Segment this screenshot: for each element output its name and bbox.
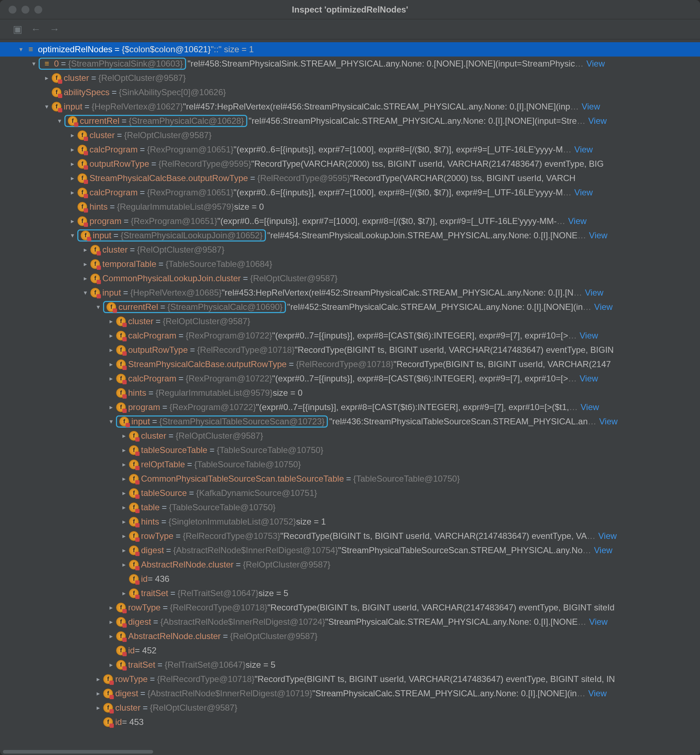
chevron-right-icon[interactable]: ▸: [93, 689, 103, 697]
view-link[interactable]: View: [580, 374, 598, 384]
chevron-right-icon[interactable]: ▸: [67, 131, 77, 139]
view-link[interactable]: View: [588, 688, 607, 699]
tree-row[interactable]: ▸rowType = {RelRecordType@10753} "Record…: [0, 529, 700, 543]
chevron-right-icon[interactable]: ▸: [106, 661, 116, 669]
tree-row[interactable]: ▾input = {HepRelVertex@10685} "rel#453:H…: [0, 285, 700, 300]
tree-row[interactable]: ▸id = 436: [0, 572, 700, 586]
view-link[interactable]: View: [589, 231, 608, 240]
tree-row[interactable]: ▸digest = {AbstractRelNode$InnerRelDiges…: [0, 543, 700, 557]
chevron-right-icon[interactable]: ▸: [67, 146, 77, 153]
tree-row[interactable]: ▸StreamPhysicalCalcBase.outputRowType = …: [0, 357, 700, 371]
chevron-right-icon[interactable]: ▸: [80, 275, 90, 282]
chevron-right-icon[interactable]: ▸: [106, 374, 116, 382]
tree-row[interactable]: ▸id = 453: [0, 715, 700, 729]
tree-row[interactable]: ▸outputRowType = {RelRecordType@9595} "R…: [0, 157, 700, 171]
chevron-right-icon[interactable]: ▸: [106, 403, 116, 411]
chevron-right-icon[interactable]: ▸: [106, 618, 116, 626]
chevron-right-icon[interactable]: ▸: [119, 546, 129, 554]
chevron-down-icon[interactable]: ▾: [67, 231, 77, 239]
chevron-right-icon[interactable]: ▸: [42, 74, 52, 82]
horizontal-scrollbar[interactable]: [0, 749, 700, 755]
chevron-right-icon[interactable]: ▸: [106, 604, 116, 611]
view-link[interactable]: View: [588, 116, 607, 126]
tree-row[interactable]: ▾input = {StreamPhysicalLookupJoin@10652…: [0, 228, 700, 243]
tree-row[interactable]: ▸StreamPhysicalCalcBase.outputRowType = …: [0, 171, 700, 186]
tree-row[interactable]: ▸rowType = {RelRecordType@10718} "Record…: [0, 672, 700, 686]
tree-row[interactable]: ▸digest = {AbstractRelNode$InnerRelDiges…: [0, 686, 700, 700]
tree-row[interactable]: ▾input = {StreamPhysicalTableSourceScan@…: [0, 414, 700, 429]
chevron-right-icon[interactable]: ▸: [67, 189, 77, 197]
tree-row[interactable]: ▸tableSourceTable = {TableSourceTable@10…: [0, 443, 700, 457]
chevron-right-icon[interactable]: ▸: [106, 632, 116, 640]
tree-row[interactable]: ▸program = {RexProgram@10651} "(expr#0..…: [0, 214, 700, 228]
view-link[interactable]: View: [568, 216, 587, 226]
tree-row[interactable]: ▸digest = {AbstractRelNode$InnerRelDiges…: [0, 615, 700, 629]
view-link[interactable]: View: [589, 617, 608, 627]
chevron-right-icon[interactable]: ▸: [80, 260, 90, 268]
view-link[interactable]: View: [574, 145, 593, 154]
view-link[interactable]: View: [585, 288, 603, 298]
chevron-right-icon[interactable]: ▸: [67, 160, 77, 168]
tree-row[interactable]: ▸outputRowType = {RelRecordType@10718} "…: [0, 343, 700, 357]
chevron-right-icon[interactable]: ▸: [67, 217, 77, 225]
chevron-right-icon[interactable]: ▸: [106, 332, 116, 340]
chevron-right-icon[interactable]: ▸: [106, 317, 116, 325]
chevron-right-icon[interactable]: ▸: [106, 360, 116, 368]
project-icon[interactable]: ▣: [13, 23, 22, 35]
tree-row[interactable]: ▸cluster = {RelOptCluster@9587}: [0, 243, 700, 257]
view-link[interactable]: View: [594, 302, 612, 312]
tree-row[interactable]: ▸program = {RexProgram@10722} "(expr#0..…: [0, 400, 700, 414]
chevron-right-icon[interactable]: ▸: [119, 561, 129, 569]
view-link[interactable]: View: [598, 531, 617, 541]
chevron-down-icon[interactable]: ▾: [42, 103, 52, 111]
tree-row[interactable]: ▾currentRel = {StreamPhysicalCalc@10690}…: [0, 300, 700, 314]
scrollbar-thumb[interactable]: [3, 750, 153, 753]
view-link[interactable]: View: [594, 545, 612, 555]
tree-row[interactable]: ▸hints = {SingletonImmutableList@10752} …: [0, 515, 700, 529]
tree-row[interactable]: ▸CommonPhysicalTableSourceScan.tableSour…: [0, 472, 700, 486]
chevron-down-icon[interactable]: ▾: [93, 303, 103, 311]
tree-row[interactable]: ▸cluster = {RelOptCluster@9587}: [0, 429, 700, 443]
chevron-right-icon[interactable]: ▸: [119, 504, 129, 511]
chevron-down-icon[interactable]: ▾: [80, 289, 90, 296]
tree-row[interactable]: ▾currentRel = {StreamPhysicalCalc@10628}…: [0, 114, 700, 128]
chevron-right-icon[interactable]: ▸: [119, 475, 129, 483]
tree-row[interactable]: ▸rowType = {RelRecordType@10718} "Record…: [0, 601, 700, 615]
chevron-right-icon[interactable]: ▸: [119, 518, 129, 526]
chevron-right-icon[interactable]: ▸: [119, 446, 129, 454]
tree-row[interactable]: ▸calcProgram = {RexProgram@10651} "(expr…: [0, 142, 700, 157]
forward-icon[interactable]: →: [49, 23, 59, 35]
chevron-down-icon[interactable]: ▾: [29, 60, 39, 68]
tree-row[interactable]: ▾≡0 = {StreamPhysicalSink@10603}"rel#458…: [0, 56, 700, 71]
tree-row[interactable]: ▸cluster = {RelOptCluster@9587}: [0, 128, 700, 142]
back-icon[interactable]: ←: [31, 23, 41, 35]
tree-row[interactable]: ▸traitSet = {RelTraitSet@10647} size = 5: [0, 586, 700, 601]
view-link[interactable]: View: [574, 187, 593, 198]
tree-row[interactable]: ▸calcProgram = {RexProgram@10722} "(expr…: [0, 371, 700, 386]
view-link[interactable]: View: [581, 101, 600, 112]
tree-view[interactable]: ▾≡optimizedRelNodes = {$colon$colon@1062…: [0, 39, 700, 749]
chevron-right-icon[interactable]: ▸: [119, 432, 129, 440]
chevron-down-icon[interactable]: ▾: [55, 117, 64, 125]
tree-row[interactable]: ▸relOptTable = {TableSourceTable@10750}: [0, 457, 700, 472]
chevron-down-icon[interactable]: ▾: [106, 418, 116, 426]
chevron-right-icon[interactable]: ▸: [106, 346, 116, 354]
tree-row[interactable]: ▸traitSet = {RelTraitSet@10647} size = 5: [0, 658, 700, 672]
chevron-right-icon[interactable]: ▸: [119, 489, 129, 497]
tree-row[interactable]: ▸cluster = {RelOptCluster@9587}: [0, 314, 700, 329]
tree-row[interactable]: ▸abilitySpecs = {SinkAbilitySpec[0]@1062…: [0, 85, 700, 100]
tree-row[interactable]: ▾input = {HepRelVertex@10627} "rel#457:H…: [0, 100, 700, 114]
tree-row[interactable]: ▸id = 452: [0, 643, 700, 658]
tree-row[interactable]: ▸hints = {RegularImmutableList@9579} siz…: [0, 200, 700, 214]
tree-row[interactable]: ▸AbstractRelNode.cluster = {RelOptCluste…: [0, 629, 700, 643]
chevron-right-icon[interactable]: ▸: [119, 460, 129, 468]
chevron-right-icon[interactable]: ▸: [67, 174, 77, 182]
tree-row[interactable]: ▸temporalTable = {TableSourceTable@10684…: [0, 257, 700, 271]
chevron-down-icon[interactable]: ▾: [16, 45, 26, 53]
chevron-right-icon[interactable]: ▸: [119, 532, 129, 540]
tree-row[interactable]: ▸hints = {RegularImmutableList@9579} siz…: [0, 386, 700, 400]
chevron-right-icon[interactable]: ▸: [93, 675, 103, 683]
view-link[interactable]: View: [580, 402, 599, 412]
chevron-right-icon[interactable]: ▸: [93, 704, 103, 712]
tree-row[interactable]: ▸cluster = {RelOptCluster@9587}: [0, 71, 700, 85]
